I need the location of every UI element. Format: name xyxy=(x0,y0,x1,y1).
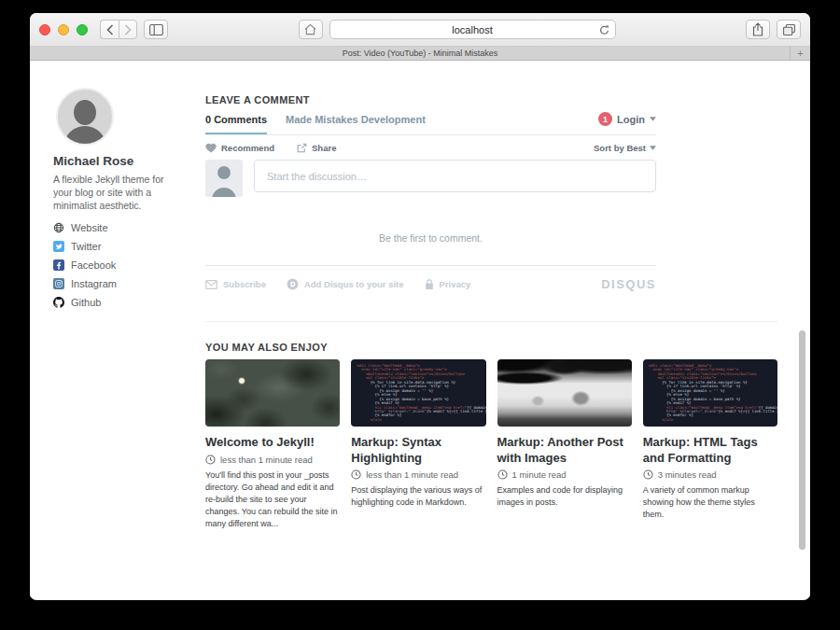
home-icon xyxy=(304,23,316,35)
home-button[interactable] xyxy=(299,20,323,39)
notification-badge: 1 xyxy=(598,112,612,126)
browser-window: localhost Post: Video (YouTube) - Minima… xyxy=(30,13,810,600)
read-time: 1 minute read xyxy=(497,469,632,480)
close-window-button[interactable] xyxy=(39,24,50,35)
share-arrow-icon xyxy=(297,143,307,153)
tab-bar: Post: Video (YouTube) - Minimal Mistakes… xyxy=(30,47,810,61)
forward-button[interactable] xyxy=(119,20,137,39)
empty-state-text: Be the first to comment. xyxy=(205,232,656,244)
new-tab-button[interactable]: + xyxy=(790,47,810,60)
related-card: <div class="masthead__menu"> <nav id="si… xyxy=(643,359,777,530)
chevron-right-icon xyxy=(124,24,132,35)
share-thread-button[interactable]: Share xyxy=(297,143,336,153)
scrollbar-thumb[interactable] xyxy=(799,330,805,550)
share-icon xyxy=(752,22,763,36)
read-time: less than 1 minute read xyxy=(205,455,340,465)
tab-comments-count[interactable]: 0 Comments xyxy=(205,114,267,125)
tab-forum-name[interactable]: Made Mistakes Development xyxy=(286,114,426,125)
chevron-down-icon xyxy=(650,117,656,121)
login-label: Login xyxy=(617,114,645,125)
sort-menu[interactable]: Sort by Best xyxy=(594,143,656,153)
related-heading: YOU MAY ALSO ENJOY xyxy=(205,342,328,353)
post-title-link[interactable]: Markup: Another Post with Images xyxy=(497,435,632,466)
recommend-button[interactable]: Recommend xyxy=(205,143,274,153)
read-time: 3 minutes read xyxy=(643,469,777,480)
author-avatar xyxy=(56,88,114,146)
active-tab[interactable]: Post: Video (YouTube) - Minimal Mistakes xyxy=(343,49,498,58)
address-bar[interactable]: localhost xyxy=(329,20,616,39)
url-text: localhost xyxy=(452,24,492,35)
lock-icon xyxy=(425,279,434,290)
facebook-icon xyxy=(53,259,64,271)
reload-button[interactable] xyxy=(599,24,609,37)
post-thumbnail-foggy-tree[interactable] xyxy=(497,359,632,427)
tab-overview-button[interactable] xyxy=(777,20,801,39)
sidebar-toggle-button[interactable] xyxy=(144,20,168,39)
comment-input[interactable] xyxy=(254,160,656,192)
post-title-link[interactable]: Markup: Syntax Highlighting xyxy=(351,435,485,466)
envelope-icon xyxy=(205,280,217,289)
disqus-d-icon xyxy=(287,278,299,290)
sidebar-link-twitter[interactable]: Twitter xyxy=(53,240,117,252)
author-name: Michael Rose xyxy=(53,154,133,168)
back-button[interactable] xyxy=(100,20,119,39)
window-controls xyxy=(39,24,88,35)
divider xyxy=(205,265,656,266)
sidebar-link-website[interactable]: Website xyxy=(53,221,117,233)
post-excerpt: A variety of common markup showing how t… xyxy=(643,484,777,521)
post-excerpt: You'll find this post in your _posts dir… xyxy=(205,469,340,530)
related-card: Markup: Another Post with Images 1 minut… xyxy=(497,359,632,530)
globe-icon xyxy=(53,222,64,233)
zoom-window-button[interactable] xyxy=(77,24,88,35)
browser-toolbar: localhost xyxy=(30,13,810,47)
disqus-footer: Subscribe Add Disqus to your site Privac… xyxy=(205,277,656,291)
post-title-link[interactable]: Markup: HTML Tags and Formatting xyxy=(643,435,777,466)
sidebar-link-github[interactable]: Github xyxy=(53,296,117,308)
author-bio: A flexible Jekyll theme for your blog or… xyxy=(53,173,178,212)
read-time: less than 1 minute read xyxy=(351,469,485,480)
refresh-icon xyxy=(599,24,609,35)
clock-icon xyxy=(351,469,361,480)
privacy-link[interactable]: Privacy xyxy=(425,279,471,290)
page-content: Michael Rose A flexible Jekyll theme for… xyxy=(30,61,810,597)
chevron-down-icon xyxy=(650,146,656,150)
github-icon xyxy=(53,297,64,308)
related-card: Welcome to Jekyll! less than 1 minute re… xyxy=(205,359,340,530)
disqus-logo[interactable]: DISQUS xyxy=(601,277,656,291)
clock-icon xyxy=(205,455,216,465)
sidebar-link-facebook[interactable]: Facebook xyxy=(53,259,117,271)
heart-icon xyxy=(205,143,217,153)
sidebar-link-instagram[interactable]: Instagram xyxy=(53,277,117,289)
clock-icon xyxy=(643,469,653,480)
author-links: Website Twitter Facebook Instagram Githu… xyxy=(53,221,117,315)
clock-icon xyxy=(497,469,508,480)
add-disqus-link[interactable]: Add Disqus to your site xyxy=(287,278,404,290)
disqus-actions-row: Recommend Share Sort by Best xyxy=(205,143,656,153)
share-button[interactable] xyxy=(746,20,770,39)
related-posts: Welcome to Jekyll! less than 1 minute re… xyxy=(205,359,777,530)
section-divider xyxy=(205,321,777,322)
avatar-silhouette xyxy=(74,100,96,125)
post-thumbnail-code[interactable]: <div class="masthead__menu"> <nav id="si… xyxy=(351,359,485,427)
disqus-tab-bar: 0 Comments Made Mistakes Development 1 L… xyxy=(205,112,656,135)
twitter-icon xyxy=(53,241,64,252)
comments-heading: LEAVE A COMMENT xyxy=(205,94,310,105)
minimize-window-button[interactable] xyxy=(58,24,69,35)
post-thumbnail-code[interactable]: <div class="masthead__menu"> <nav id="si… xyxy=(643,359,777,427)
sidebar-icon xyxy=(149,24,163,35)
post-thumbnail-green-pearl[interactable] xyxy=(205,359,340,427)
tabs-icon xyxy=(783,24,795,35)
chevron-left-icon xyxy=(106,24,114,35)
post-excerpt: Post displaying the various ways of high… xyxy=(351,484,485,509)
related-card: <div class="masthead__menu"> <nav id="si… xyxy=(351,359,485,530)
post-excerpt: Examples and code for displaying images … xyxy=(497,484,632,509)
instagram-icon xyxy=(53,278,64,289)
subscribe-link[interactable]: Subscribe xyxy=(205,279,266,289)
commenter-avatar xyxy=(205,160,243,197)
history-nav-group xyxy=(100,20,137,39)
post-title-link[interactable]: Welcome to Jekyll! xyxy=(205,435,340,451)
login-menu[interactable]: 1 Login xyxy=(598,112,656,126)
